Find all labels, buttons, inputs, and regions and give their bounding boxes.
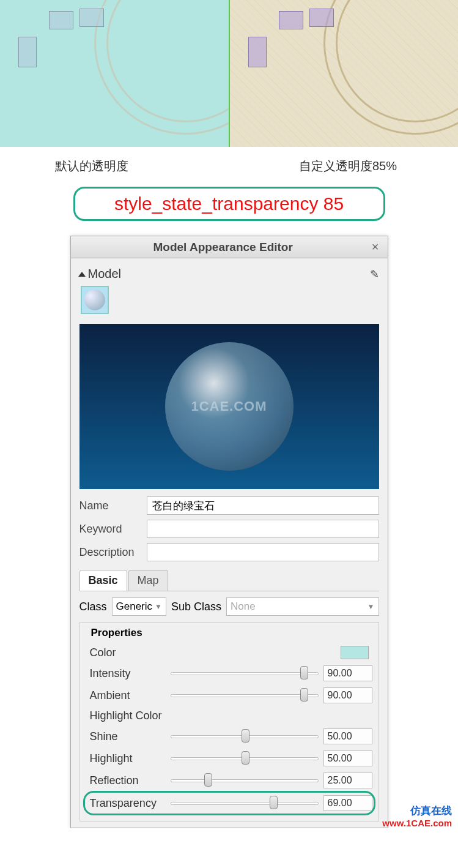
caption-custom: 自定义透明度85% (299, 158, 397, 174)
color-label: Color (86, 646, 166, 659)
model-section-header[interactable]: Model ✎ (71, 258, 388, 285)
intensity-slider[interactable] (171, 667, 319, 679)
shine-value[interactable]: 50.00 (323, 728, 372, 744)
transparency-value[interactable]: 69.00 (323, 795, 372, 811)
subclass-value: None (231, 600, 365, 613)
shine-row: Shine 50.00 (86, 725, 372, 747)
highlight-color-row: Highlight Color (86, 706, 372, 725)
keyword-row: Keyword (71, 517, 388, 541)
name-label: Name (79, 499, 141, 512)
class-select[interactable]: Generic ▼ (112, 597, 166, 616)
page-watermark: 仿真在线 www.1CAE.com (382, 804, 452, 828)
shine-label: Shine (86, 730, 166, 743)
intensity-label: Intensity (86, 667, 166, 680)
image-custom-transparency (229, 0, 459, 147)
name-row: Name (71, 494, 388, 517)
preview-sphere: 1CAE.COM (165, 342, 294, 471)
class-row: Class Generic ▼ Sub Class None ▼ (71, 591, 388, 619)
transparency-row: Transparency 69.00 (85, 793, 374, 814)
model-label: Model (88, 267, 370, 281)
appearance-swatch[interactable] (81, 286, 109, 314)
tab-basic[interactable]: Basic (79, 570, 127, 591)
keyword-input[interactable] (147, 520, 379, 538)
comparison-images (0, 0, 458, 147)
highlight-row: Highlight 50.00 (86, 747, 372, 769)
chevron-down-icon: ▼ (368, 602, 375, 611)
ambient-value[interactable]: 90.00 (323, 687, 372, 703)
watermark-cn: 仿真在线 (382, 804, 452, 818)
keyword-label: Keyword (79, 523, 141, 536)
subclass-select[interactable]: None ▼ (226, 597, 379, 616)
material-preview: 1CAE.COM (79, 324, 379, 489)
class-value: Generic (116, 600, 153, 613)
ambient-label: Ambient (86, 689, 166, 702)
reflection-slider[interactable] (171, 774, 319, 787)
reflection-row: Reflection 25.00 (86, 769, 372, 791)
highlight-color-label: Highlight Color (86, 709, 162, 722)
ambient-slider[interactable] (171, 689, 319, 702)
collapse-triangle-icon (78, 272, 86, 277)
caption-row: 默认的透明度 自定义透明度85% (0, 147, 458, 181)
shine-slider[interactable] (171, 730, 319, 743)
transparency-label: Transparency (86, 797, 166, 810)
appearance-editor-dialog: Model Appearance Editor × Model ✎ 1CAE.C… (70, 236, 388, 828)
properties-title: Properties (87, 627, 146, 639)
intensity-value[interactable]: 90.00 (323, 665, 372, 681)
highlight-slider[interactable] (171, 752, 319, 765)
dialog-title: Model Appearance Editor (77, 241, 369, 254)
subclass-label: Sub Class (171, 600, 221, 613)
highlight-value[interactable]: 50.00 (323, 750, 372, 766)
config-code-box: style_state_transparency 85 (73, 187, 385, 221)
title-bar: Model Appearance Editor × (71, 236, 388, 258)
image-default-transparency (0, 0, 229, 147)
reflection-value[interactable]: 25.00 (323, 773, 372, 788)
class-label: Class (79, 600, 107, 613)
properties-group: Properties Color Intensity 90.00 Ambient… (79, 622, 379, 821)
color-swatch[interactable] (341, 646, 369, 659)
name-input[interactable] (147, 496, 379, 515)
color-row: Color (86, 643, 372, 662)
description-label: Description (79, 546, 141, 559)
tab-map[interactable]: Map (128, 570, 168, 591)
eyedropper-icon[interactable]: ✎ (370, 268, 379, 281)
chevron-down-icon: ▼ (155, 602, 162, 611)
appearance-swatch-row (71, 285, 388, 319)
description-row: Description (71, 541, 388, 564)
caption-default: 默认的透明度 (55, 158, 299, 174)
reflection-label: Reflection (86, 774, 166, 787)
ambient-row: Ambient 90.00 (86, 684, 372, 706)
description-input[interactable] (147, 543, 379, 561)
tabs: Basic Map (79, 570, 379, 591)
preview-watermark: 1CAE.COM (191, 398, 267, 414)
highlight-label: Highlight (86, 752, 166, 765)
intensity-row: Intensity 90.00 (86, 662, 372, 684)
watermark-url: www.1CAE.com (382, 818, 452, 828)
close-icon[interactable]: × (369, 240, 382, 254)
config-code-text: style_state_transparency 85 (114, 193, 344, 214)
transparency-slider[interactable] (171, 797, 319, 809)
